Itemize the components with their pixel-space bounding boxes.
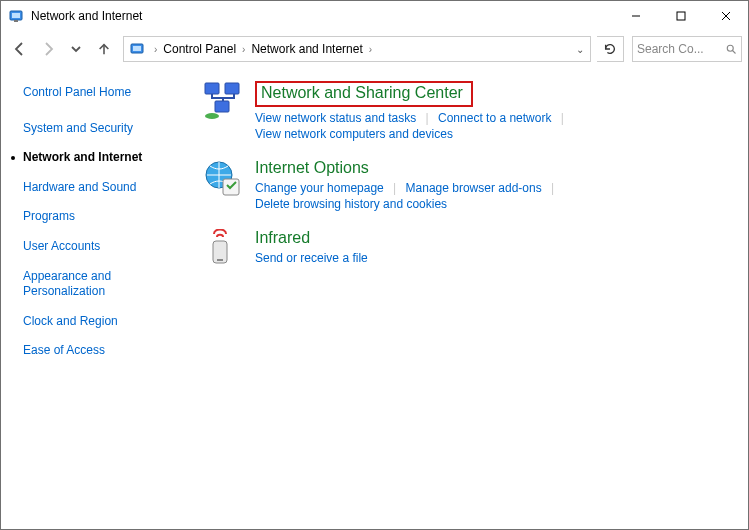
link-manage-addons[interactable]: Manage browser add-ons [406,181,542,195]
sidebar-item-ease-of-access[interactable]: Ease of Access [23,343,193,359]
category-network-sharing: Network and Sharing Center View network … [203,81,738,141]
svg-rect-4 [677,12,685,20]
crumb-sep-icon: › [365,44,376,55]
sidebar-item-appearance[interactable]: Appearance and Personalization [23,269,163,300]
address-icon [130,41,146,57]
recent-locations-button[interactable] [63,36,89,62]
link-view-computers[interactable]: View network computers and devices [255,127,453,141]
link-connect-network[interactable]: Connect to a network [438,111,551,125]
infrared-icon [203,229,243,269]
internet-options-icon [203,159,243,199]
svg-rect-2 [14,20,18,22]
category-title-internet[interactable]: Internet Options [255,159,369,177]
svg-rect-14 [215,101,229,112]
window-icon [9,8,25,24]
svg-line-11 [733,51,736,54]
category-title-network[interactable]: Network and Sharing Center [255,81,473,107]
svg-point-10 [727,45,733,51]
svg-rect-12 [205,83,219,94]
svg-rect-19 [217,259,223,261]
main-panel: Network and Sharing Center View network … [203,67,748,529]
navbar: › Control Panel › Network and Internet ›… [1,31,748,67]
svg-rect-13 [225,83,239,94]
window-title: Network and Internet [31,9,613,23]
sidebar-item-programs[interactable]: Programs [23,209,193,225]
svg-rect-9 [133,46,141,51]
maximize-button[interactable] [658,1,703,31]
svg-rect-1 [12,13,20,18]
category-infrared: Infrared Send or receive a file [203,229,738,269]
category-internet-options: Internet Options Change your homepage | … [203,159,738,211]
crumb-sep-icon: › [150,44,161,55]
search-icon [725,43,737,55]
crumb-sep-icon: › [238,44,249,55]
search-placeholder: Search Co... [637,42,725,56]
link-view-status[interactable]: View network status and tasks [255,111,416,125]
forward-button[interactable] [35,36,61,62]
breadcrumb-current[interactable]: Network and Internet [249,42,364,56]
search-input[interactable]: Search Co... [632,36,742,62]
refresh-button[interactable] [597,36,624,62]
sidebar-item-user-accounts[interactable]: User Accounts [23,239,193,255]
up-button[interactable] [91,36,117,62]
link-send-receive-file[interactable]: Send or receive a file [255,251,368,265]
breadcrumb-root[interactable]: Control Panel [161,42,238,56]
address-dropdown-button[interactable]: ⌄ [572,44,588,55]
network-sharing-icon [203,81,243,121]
sidebar-home[interactable]: Control Panel Home [23,85,193,101]
sidebar: Control Panel Home System and Security N… [1,67,203,529]
sidebar-item-hardware-sound[interactable]: Hardware and Sound [23,180,193,196]
back-button[interactable] [7,36,33,62]
svg-point-15 [205,113,219,119]
sidebar-item-network-internet[interactable]: Network and Internet [23,150,193,166]
link-change-homepage[interactable]: Change your homepage [255,181,384,195]
titlebar: Network and Internet [1,1,748,31]
address-bar[interactable]: › Control Panel › Network and Internet ›… [123,36,591,62]
close-button[interactable] [703,1,748,31]
sidebar-item-clock-region[interactable]: Clock and Region [23,314,193,330]
category-title-infrared[interactable]: Infrared [255,229,310,247]
link-delete-history[interactable]: Delete browsing history and cookies [255,197,447,211]
window: Network and Internet › Control Panel › N… [0,0,749,530]
minimize-button[interactable] [613,1,658,31]
sidebar-item-system-security[interactable]: System and Security [23,121,193,137]
